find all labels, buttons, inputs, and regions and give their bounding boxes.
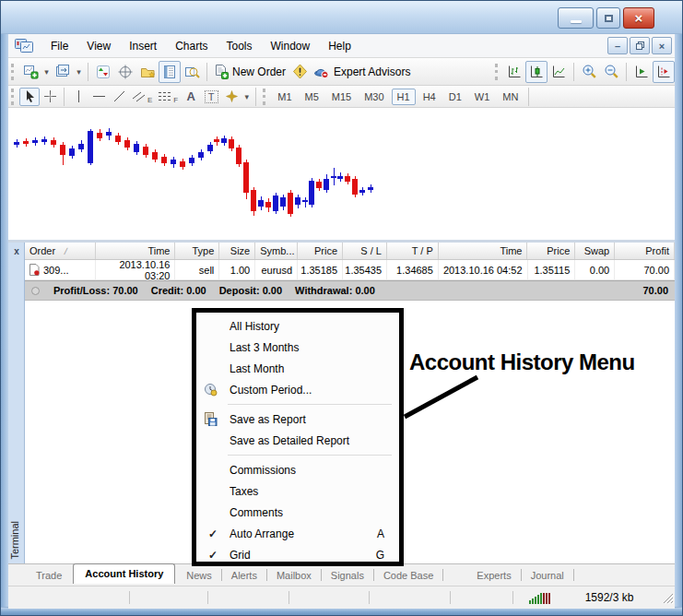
terminal-button[interactable] — [159, 61, 181, 83]
menu-item-auto-arrange[interactable]: ✓ Auto Arrange A — [196, 523, 399, 544]
column-header-swap[interactable]: Swap — [575, 243, 615, 259]
column-header-profit[interactable]: Profit — [615, 243, 675, 259]
menu-insert[interactable]: Insert — [120, 36, 166, 56]
zoom-out-button[interactable] — [600, 61, 622, 83]
checkmark-icon: ✓ — [208, 527, 218, 540]
new-order-button[interactable]: New Order — [211, 61, 289, 83]
profiles-dropdown[interactable]: ▾ — [74, 61, 84, 83]
tab-signals[interactable]: Signals — [324, 567, 371, 584]
tab-alerts[interactable]: Alerts — [224, 567, 265, 584]
maximize-button[interactable] — [596, 7, 620, 29]
timeframe-h1[interactable]: H1 — [392, 89, 416, 105]
column-header-close-price[interactable]: Price — [527, 243, 575, 259]
menu-item-comments[interactable]: Comments — [196, 502, 399, 523]
menu-file[interactable]: File — [41, 36, 77, 56]
text-button[interactable]: A — [181, 88, 201, 106]
menu-view[interactable]: View — [77, 36, 120, 56]
tab-mailbox[interactable]: Mailbox — [269, 567, 319, 584]
menu-item-save-as-report[interactable]: Save as Report — [196, 409, 399, 430]
menu-item-label: Grid — [230, 549, 251, 562]
equidistant-channel-button[interactable]: E — [129, 88, 155, 106]
close-button[interactable]: × — [623, 7, 654, 29]
menu-item-taxes[interactable]: Taxes — [196, 480, 399, 502]
crosshair-mode-button[interactable] — [40, 88, 60, 106]
checkmark-icon: ✓ — [208, 549, 218, 562]
title-bar[interactable]: × — [1, 1, 682, 34]
new-chart-dropdown[interactable]: ▾ — [41, 61, 52, 83]
arrows-button[interactable] — [221, 88, 241, 106]
fibonacci-button[interactable]: F — [155, 88, 181, 106]
timeframe-m15[interactable]: M15 — [326, 89, 357, 105]
save-report-icon — [204, 412, 218, 426]
data-window-button[interactable] — [114, 61, 136, 83]
cursor-icon — [24, 89, 36, 103]
column-header-size[interactable]: Size — [219, 243, 255, 259]
metaeditor-button[interactable] — [289, 61, 311, 83]
tab-news[interactable]: News — [179, 567, 219, 584]
column-header-open-price[interactable]: Price — [298, 243, 343, 259]
cursor-button[interactable] — [19, 88, 40, 106]
new-chart-button[interactable] — [19, 61, 41, 83]
tab-trade[interactable]: Trade — [29, 567, 69, 584]
column-header-order[interactable]: Order / — [25, 243, 96, 259]
navigator-button[interactable] — [136, 61, 159, 83]
terminal-close-button[interactable]: x — [10, 244, 23, 257]
tab-account-history[interactable]: Account History — [73, 563, 175, 584]
text-label-button[interactable]: T — [201, 88, 221, 106]
child-restore-button[interactable] — [630, 37, 650, 54]
column-header-open-time[interactable]: Time — [96, 243, 176, 259]
child-close-button[interactable]: × — [652, 37, 672, 54]
bar-chart-button[interactable] — [503, 61, 525, 83]
tab-experts[interactable]: Experts — [469, 567, 518, 584]
line-chart-button[interactable] — [548, 61, 570, 83]
menu-item-custom-period[interactable]: Custom Period... — [196, 379, 399, 400]
resize-grip[interactable] — [662, 591, 674, 608]
tab-journal[interactable]: Journal — [524, 567, 571, 584]
timeframe-w1[interactable]: W1 — [469, 89, 496, 105]
menu-charts[interactable]: Charts — [166, 36, 217, 56]
candlestick-chart[interactable] — [8, 108, 675, 240]
minimize-button[interactable] — [558, 7, 594, 29]
menu-item-label: Custom Period... — [230, 384, 312, 397]
menu-item-last-month[interactable]: Last Month — [196, 358, 399, 379]
timeframe-m30[interactable]: M30 — [359, 89, 389, 105]
menu-item-save-as-detailed-report[interactable]: Save as Detailed Report — [196, 430, 399, 451]
menu-item-last-3-months[interactable]: Last 3 Months — [196, 337, 399, 358]
crosshair-icon — [118, 65, 133, 79]
menu-window[interactable]: Window — [262, 36, 320, 56]
arrows-dropdown[interactable]: ▾ — [241, 86, 252, 108]
tp-cell: 1.34685 — [387, 260, 439, 279]
column-header-close-time[interactable]: Time — [439, 243, 528, 259]
auto-scroll-button[interactable] — [630, 61, 653, 83]
candlestick-chart-button[interactable] — [525, 61, 548, 83]
balance-summary-row: Profit/Loss: 70.00 Credit: 0.00 Deposit:… — [25, 280, 675, 301]
tab-code-base[interactable]: Code Base — [376, 567, 441, 584]
column-header-tp[interactable]: T / P — [387, 243, 439, 259]
column-header-sl[interactable]: S / L — [343, 243, 387, 259]
menu-tools[interactable]: Tools — [218, 36, 262, 56]
history-order-row[interactable]: 309... 2013.10.16 03:20 sell 1.00 eurusd… — [25, 260, 675, 280]
expert-advisors-button[interactable]: Expert Advisors — [311, 61, 413, 83]
vertical-line-button[interactable] — [68, 88, 88, 106]
strategy-tester-button[interactable] — [181, 61, 203, 83]
market-watch-button[interactable] — [92, 61, 114, 83]
menu-item-all-history[interactable]: All History — [196, 315, 399, 337]
timeframe-h4[interactable]: H4 — [418, 89, 442, 105]
zoom-in-button[interactable] — [578, 61, 600, 83]
timeframe-m1[interactable]: M1 — [272, 89, 297, 105]
profiles-button[interactable] — [52, 61, 74, 83]
column-header-symbol[interactable]: Symb... — [255, 243, 298, 259]
menu-help[interactable]: Help — [319, 36, 360, 56]
timeframe-m5[interactable]: M5 — [300, 89, 324, 105]
auto-scroll-icon — [634, 65, 649, 79]
menu-item-grid[interactable]: ✓ Grid G — [196, 544, 399, 565]
child-minimize-button[interactable]: – — [607, 37, 628, 54]
chart-shift-button[interactable] — [653, 61, 675, 83]
column-header-type[interactable]: Type — [175, 243, 219, 259]
timeframe-d1[interactable]: D1 — [443, 89, 467, 105]
menu-item-commissions[interactable]: Commissions — [196, 459, 399, 480]
menu-separator — [228, 455, 392, 456]
trendline-button[interactable] — [109, 88, 129, 106]
horizontal-line-button[interactable] — [88, 88, 109, 106]
timeframe-mn[interactable]: MN — [497, 89, 524, 105]
